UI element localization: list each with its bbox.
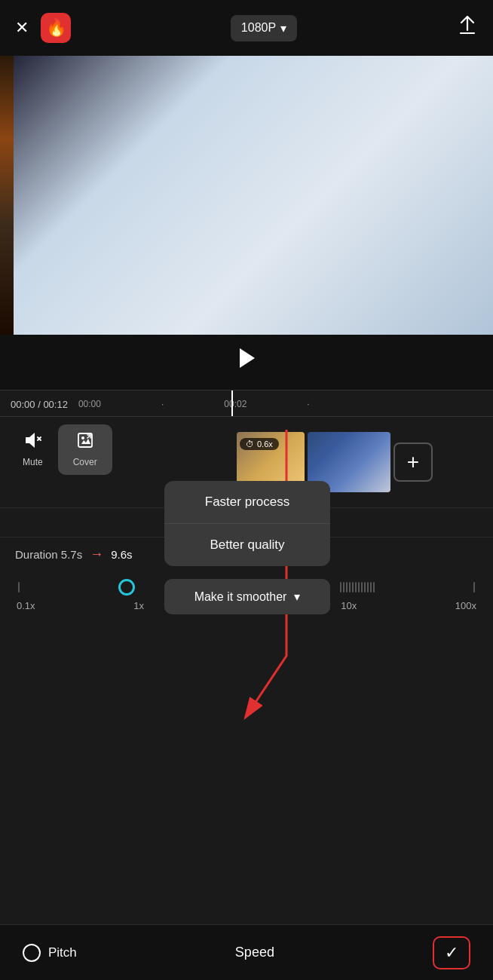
duration-label: Duration 5.7s (15, 548, 82, 561)
add-clip-button[interactable]: + (393, 443, 433, 482)
player-section (0, 335, 493, 390)
duration-arrow: → (90, 547, 103, 562)
tick-5 (340, 582, 341, 593)
film-strip (0, 56, 14, 335)
pitch-label: Pitch (48, 945, 77, 960)
tick-13 (364, 582, 366, 593)
top-bar: ✕ 🔥 1080P ▾ (0, 0, 493, 56)
cover-icon (77, 432, 93, 452)
tick-12 (361, 582, 363, 593)
resolution-label: 1080P (241, 21, 276, 35)
tick-group-right (473, 582, 475, 593)
faster-process-option[interactable]: Faster process (164, 481, 330, 524)
tick-11 (358, 582, 360, 593)
cover-button[interactable]: Cover (58, 424, 112, 475)
tick-group-left (18, 582, 20, 593)
popup-spacer (0, 622, 493, 690)
better-quality-option[interactable]: Better quality (164, 524, 330, 566)
tick-15 (370, 582, 372, 593)
video-preview (0, 56, 493, 335)
resolution-arrow: ▾ (280, 21, 286, 35)
mute-icon (23, 432, 41, 452)
close-button[interactable]: ✕ (15, 18, 29, 38)
speed-label-1x: 1x (133, 600, 144, 611)
timeline-mark-3: · (307, 399, 309, 409)
smoother-label: Make it smoother (194, 590, 287, 604)
mute-label: Mute (23, 457, 43, 467)
speed-label: Speed (235, 945, 274, 960)
timeline-mark-2: 00:02 (224, 399, 246, 409)
cover-label: Cover (73, 457, 97, 467)
speed-thumb[interactable] (118, 579, 135, 596)
tick-10 (355, 582, 357, 593)
svg-marker-0 (240, 348, 255, 368)
speed-badge-icon: ⏱ (246, 439, 254, 449)
speed-badge-value: 0.6x (257, 439, 273, 449)
tick-7 (346, 582, 348, 593)
smoother-dropdown[interactable]: Make it smoother ▾ (164, 579, 330, 614)
play-button[interactable] (234, 345, 259, 376)
resolution-button[interactable]: 1080P ▾ (231, 15, 297, 41)
speed-label-100x: 100x (455, 600, 476, 611)
speed-mode-popup: Faster process Better quality (164, 481, 330, 566)
tick-6 (343, 582, 344, 593)
timeline-mark-0: 00:00 (78, 399, 101, 409)
app-logo: 🔥 (41, 13, 71, 43)
tick-group-mid2 (340, 582, 375, 593)
svg-point-4 (81, 436, 84, 439)
upload-button[interactable] (457, 15, 478, 41)
tick-14 (367, 582, 369, 593)
pitch-button[interactable]: Pitch (23, 944, 77, 962)
bottom-bar: Pitch Speed ✓ (0, 924, 493, 980)
check-icon: ✓ (445, 943, 458, 963)
speed-label-10x: 10x (341, 600, 357, 611)
duration-new-value: 9.6s (111, 548, 132, 561)
timeline-cursor (231, 390, 233, 416)
confirm-button[interactable]: ✓ (433, 936, 470, 969)
tool-buttons: Mute Cover (0, 424, 112, 475)
tick-9 (352, 582, 354, 593)
top-left-controls: ✕ 🔥 (15, 13, 71, 43)
tick-1 (18, 582, 20, 593)
timeline-mark-1: · (161, 399, 164, 409)
chevron-down-icon: ▾ (294, 590, 300, 604)
controls-area: 0.1x 1x 10x 100x Faster process Better q… (0, 571, 493, 690)
speed-label-0.1x: 0.1x (17, 600, 35, 611)
timeline-marks: 00:00 · 00:02 · (78, 399, 493, 409)
speed-badge: ⏱ 0.6x (240, 438, 279, 450)
time-display: 00:00 / 00:12 (0, 399, 78, 410)
tick-16 (373, 582, 375, 593)
pitch-circle-icon (23, 944, 41, 962)
tick-8 (349, 582, 351, 593)
timeline-bar[interactable]: 00:00 / 00:12 00:00 · 00:02 · (0, 390, 493, 417)
tick-17 (473, 582, 475, 593)
mute-button[interactable]: Mute (8, 424, 58, 475)
